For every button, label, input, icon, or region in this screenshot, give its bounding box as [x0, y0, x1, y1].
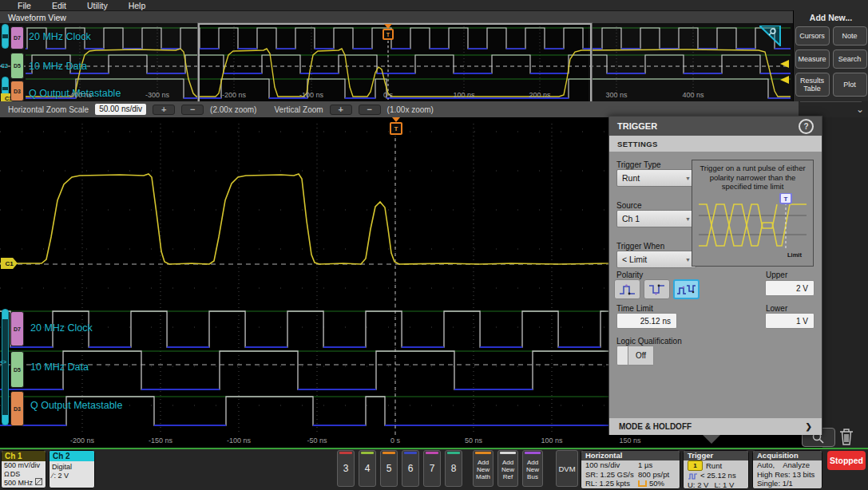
h-zoom-scale-input[interactable]: 50.00 ns/div [95, 104, 146, 115]
trigger-when-value: < Limit [622, 255, 647, 264]
overview-scroll-handle-top[interactable] [2, 24, 9, 49]
h-zoom-plus-button[interactable]: + [153, 105, 175, 115]
search-button[interactable]: Search [833, 49, 867, 69]
trash-icon[interactable] [837, 426, 856, 447]
add-new-ref-button[interactable]: Add New Ref [497, 450, 518, 487]
digital-group-bar[interactable] [2, 309, 9, 425]
main-tick: 100 ns [541, 437, 562, 445]
logic-qualification-toggle[interactable]: Off [616, 346, 654, 366]
settings-tab[interactable]: SETTINGS [609, 136, 822, 152]
lower-threshold-arrow[interactable] [780, 76, 789, 84]
h-window: 1 µs [638, 460, 652, 470]
d3-badge-main[interactable]: D3 [10, 391, 24, 426]
channel-5-button[interactable]: 5 [380, 450, 398, 487]
d5-label-overview: 10 MHz Data [29, 61, 87, 72]
h-zoom-minus-button[interactable]: − [181, 105, 204, 115]
tab-waveform-view[interactable]: Waveform View [0, 13, 66, 22]
time-limit-input[interactable]: 25.12 ns [616, 313, 677, 329]
toggle-knob [616, 346, 628, 366]
acq-analyze: Analyze [783, 460, 810, 470]
menu-file[interactable]: File [18, 1, 31, 10]
trigger-marker-main[interactable]: T [390, 117, 402, 135]
lower-threshold-input[interactable]: 1 V [765, 313, 814, 329]
trigger-when-label: Trigger When [616, 242, 664, 251]
results-table-button[interactable]: Results Table [795, 73, 830, 97]
d3-badge-overview[interactable]: D3 [10, 81, 24, 101]
trigger-description: Trigger on a runt pulse of either polari… [692, 160, 813, 192]
diagram-limit-label: Limit [787, 251, 802, 259]
trigger-type-readout: Runt [706, 461, 722, 471]
v-zoom-plus-button[interactable]: + [330, 105, 352, 115]
c2-handle[interactable]: C2 [1, 63, 8, 69]
main-tick: -50 ns [307, 437, 327, 445]
cursors-button[interactable]: Cursors [795, 26, 830, 45]
upper-threshold-arrow[interactable] [780, 60, 789, 68]
plot-button[interactable]: Plot [833, 73, 867, 97]
stopped-button[interactable]: Stopped [827, 451, 866, 470]
v-zoom-minus-button[interactable]: − [359, 105, 381, 115]
h-sample-rate: SR: 1.25 GS/s [585, 470, 638, 480]
mode-holdoff-bar[interactable]: MODE & HOLDOFF ❯ [609, 418, 822, 435]
channel-8-button[interactable]: 8 [445, 450, 462, 487]
trigger-title: Trigger [684, 451, 748, 460]
upper-threshold-input[interactable]: 2 V [765, 280, 814, 296]
channel-7-button[interactable]: 7 [423, 450, 441, 487]
menu-edit[interactable]: Edit [52, 1, 66, 10]
trigger-readout[interactable]: Trigger 1Runt < 25.12 ns U: 2 VL: 1 V [683, 450, 749, 489]
acquisition-readout[interactable]: Acquisition Auto,Analyze High Res: 13 bi… [752, 450, 822, 489]
trigger-description-box: Trigger on a runt pulse of either polari… [692, 160, 814, 267]
zoom-overview-icon[interactable] [759, 26, 781, 46]
d5-badge-main[interactable]: D5 [10, 351, 24, 388]
trigger-type-dropdown[interactable]: Runt ▼ [616, 169, 696, 187]
channel-4-button[interactable]: 4 [359, 450, 376, 487]
help-icon[interactable]: ? [799, 119, 814, 134]
dropdown-arrow-icon: ▼ [685, 257, 691, 263]
main-tick: 0 s [390, 437, 400, 445]
polarity-positive-button[interactable] [614, 279, 640, 299]
overview-tick: -100 ns [299, 91, 323, 99]
dvm-button[interactable]: DVM [556, 450, 578, 487]
probe-icon: Ω [4, 470, 10, 478]
acq-single: Single: 1/1 [753, 479, 822, 488]
horizontal-readout[interactable]: Horizontal 100 ns/div1 µs SR: 1.25 GS/s8… [581, 450, 680, 489]
v-zoom-factor: (1.00x zoom) [387, 105, 434, 114]
overview-tick: -400 ns [68, 91, 92, 99]
trigger-settings-panel: TRIGGER ? SETTINGS Trigger Type Runt ▼ S… [608, 116, 822, 435]
menu-help[interactable]: Help [129, 1, 146, 10]
trigger-when-dropdown[interactable]: < Limit ▼ [616, 251, 696, 268]
ch1-badge[interactable]: Ch 1 500 mV/div ΩDS 500 MHz [1, 450, 46, 488]
trigger-marker-flag: T [390, 122, 402, 135]
polarity-negative-button[interactable] [644, 279, 670, 299]
channel-buttons: 3 4 5 6 7 8 Add New Math Add New Ref Add… [337, 450, 604, 487]
polarity-either-button[interactable] [673, 279, 700, 299]
ch1-scale: 500 mV/div [2, 461, 46, 470]
trigger-lower-readout: L: 1 V [714, 480, 734, 490]
menu-utility[interactable]: Utility [87, 1, 108, 10]
panel-pointer [703, 435, 720, 444]
d5-label-main: 10 MHz Data [30, 362, 89, 373]
oscilloscope-screen: File Edit Utility Help Waveform View C2 … [0, 0, 868, 490]
channel-3-button[interactable]: 3 [337, 450, 355, 487]
source-dropdown[interactable]: Ch 1 ▼ [616, 210, 696, 227]
d7-badge-overview[interactable]: D7 [10, 26, 24, 49]
polarity-buttons [614, 279, 700, 299]
trigger-type-value: Runt [622, 173, 640, 183]
ch2-badge[interactable]: Ch 2 Digital ∕: 2 V [49, 450, 95, 488]
add-new-bus-button[interactable]: Add New Bus [522, 450, 543, 487]
trigger-marker-overview[interactable]: T [382, 24, 394, 40]
mode-holdoff-label: MODE & HOLDOFF [619, 422, 692, 431]
note-button[interactable]: Note [833, 26, 867, 45]
digital-group-handle[interactable]: <> [0, 359, 6, 365]
add-new-math-button[interactable]: Add New Math [473, 450, 493, 487]
overview-tick: 300 ns [605, 91, 627, 99]
d7-badge-main[interactable]: D7 [10, 311, 24, 346]
trigger-panel-header[interactable]: TRIGGER ? [609, 117, 822, 136]
h-resolution: 800 ps/pt [638, 470, 669, 480]
d5-badge-overview[interactable]: D5 [10, 53, 24, 79]
polarity-label: Polarity [616, 271, 643, 279]
bandwidth-icon [35, 478, 42, 485]
channel-6-button[interactable]: 6 [402, 450, 419, 487]
acq-mode: Auto, [757, 460, 775, 470]
measure-button[interactable]: Measure [795, 49, 830, 69]
collapse-chevron-icon[interactable]: ⌄ [856, 104, 864, 115]
